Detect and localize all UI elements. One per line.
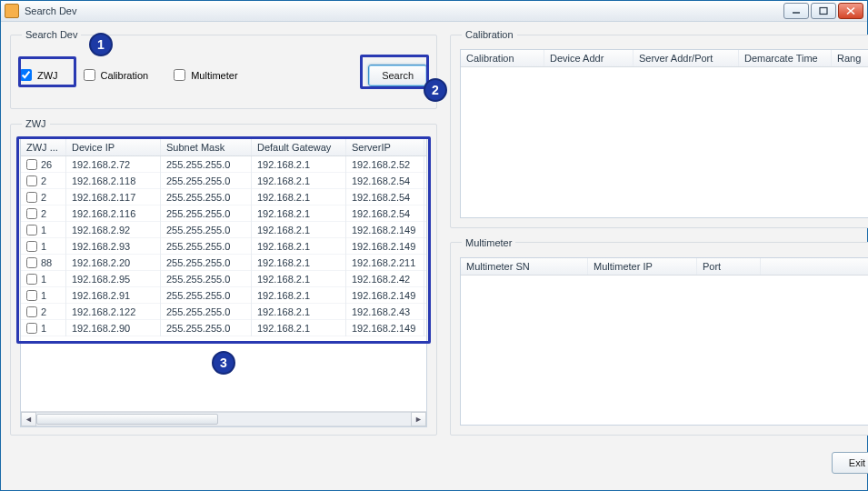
scroll-thumb[interactable] [36, 414, 218, 425]
search-options-row: ZWJ Calibration Multimeter Search [20, 49, 427, 101]
minimize-icon [791, 6, 802, 15]
row-checkbox[interactable] [26, 159, 37, 170]
row-checkbox[interactable] [26, 274, 37, 285]
cell-subnet-mask: 255.255.255.0 [161, 205, 252, 222]
row-checkbox[interactable] [26, 257, 37, 268]
calibration-checkbox[interactable] [84, 69, 95, 81]
minimize-button[interactable] [783, 3, 809, 19]
maximize-button[interactable] [811, 3, 836, 19]
scroll-track[interactable] [36, 412, 411, 426]
cell-gateway: 192.168.2.1 [252, 255, 346, 271]
table-row[interactable]: 1192.168.2.92255.255.255.0192.168.2.1192… [21, 222, 426, 238]
cell-server-ip: 192.168.2.149 [346, 320, 424, 336]
search-button[interactable]: Search [368, 65, 427, 86]
calibration-table-body [461, 67, 868, 217]
cell-server-ip: 192.168.2.54 [346, 173, 424, 189]
row-checkbox[interactable] [26, 323, 37, 334]
calibration-checkbox-wrap[interactable]: Calibration [84, 69, 149, 81]
cell-gateway: 192.168.2.1 [252, 189, 346, 205]
cell-gateway: 192.168.2.1 [252, 271, 346, 287]
cell-server-ip: 192.168.2.54 [346, 205, 424, 222]
zwj-col-server[interactable]: ServerIP [346, 139, 424, 155]
table-row[interactable]: 1192.168.2.93255.255.255.0192.168.2.1192… [21, 238, 426, 255]
row-checkbox[interactable] [26, 208, 37, 219]
table-row[interactable]: 2192.168.2.116255.255.255.0192.168.2.119… [21, 205, 426, 222]
right-column: Calibration Calibration Device Addr Serv… [450, 29, 868, 436]
multimeter-table: Multimeter SN Multimeter IP Port [460, 257, 868, 426]
zwj-table-header: ZWJ ... Device IP Subnet Mask Default Ga… [21, 139, 426, 156]
maximize-icon [818, 6, 829, 15]
cell-server-ip: 192.168.2.211 [346, 255, 424, 271]
row-checkbox[interactable] [26, 241, 37, 252]
scroll-right-button[interactable]: ► [411, 412, 426, 426]
zwj-table: ZWJ ... Device IP Subnet Mask Default Ga… [20, 138, 427, 427]
multimeter-checkbox-wrap[interactable]: Multimeter [174, 69, 237, 81]
zwj-col-gateway[interactable]: Default Gateway [252, 139, 346, 155]
app-window: Search Dev Search Dev ZWJ [0, 0, 868, 491]
multimeter-checkbox[interactable] [174, 69, 185, 81]
footer-row: Exit [10, 445, 868, 481]
cell-subnet-mask: 255.255.255.0 [161, 320, 252, 336]
calibration-legend: Calibration [462, 29, 517, 40]
row-checkbox[interactable] [26, 175, 37, 186]
cell-device-ip: 192.168.2.95 [66, 271, 161, 287]
zwj-group: ZWJ ZWJ ... Device IP Subnet Mask Defaul… [10, 118, 437, 436]
row-checkbox[interactable] [26, 306, 37, 317]
cal-col-server-addr[interactable]: Server Addr/Port [634, 50, 739, 66]
row-checkbox[interactable] [26, 225, 37, 235]
cell-device-ip: 192.168.2.72 [66, 156, 161, 173]
cell-server-ip: 192.168.2.149 [346, 238, 424, 255]
cal-col-calibration[interactable]: Calibration [461, 50, 544, 66]
cell-subnet-mask: 255.255.255.0 [161, 238, 252, 255]
table-row[interactable]: 2192.168.2.122255.255.255.0192.168.2.119… [21, 304, 426, 320]
zwj-col-ip[interactable]: Device IP [66, 139, 161, 155]
cell-gateway: 192.168.2.1 [252, 287, 346, 304]
cell-device-ip: 192.168.2.116 [66, 205, 161, 222]
multimeter-table-body [461, 276, 868, 426]
cell-zwj: 2 [41, 175, 46, 186]
calibration-checkbox-label: Calibration [101, 70, 149, 81]
cell-device-ip: 192.168.2.122 [66, 304, 161, 320]
zwj-legend: ZWJ [22, 118, 50, 129]
window-title: Search Dev [25, 5, 76, 16]
mul-col-port[interactable]: Port [697, 258, 761, 275]
cell-subnet-mask: 255.255.255.0 [161, 271, 252, 287]
table-row[interactable]: 26192.168.2.72255.255.255.0192.168.2.119… [21, 156, 426, 173]
zwj-col-mask[interactable]: Subnet Mask [161, 139, 252, 155]
cal-col-device-addr[interactable]: Device Addr [544, 50, 634, 66]
table-row[interactable]: 1192.168.2.95255.255.255.0192.168.2.1192… [21, 271, 426, 287]
table-row[interactable]: 88192.168.2.20255.255.255.0192.168.2.119… [21, 255, 426, 271]
cell-zwj: 1 [41, 225, 46, 235]
table-row[interactable]: 1192.168.2.91255.255.255.0192.168.2.1192… [21, 287, 426, 304]
app-icon [5, 4, 19, 18]
cell-device-ip: 192.168.2.117 [66, 189, 161, 205]
zwj-checkbox-wrap[interactable]: ZWJ [20, 69, 58, 81]
zwj-col-zwj[interactable]: ZWJ ... [21, 139, 66, 155]
close-button[interactable] [838, 3, 863, 19]
cell-gateway: 192.168.2.1 [252, 205, 346, 222]
exit-button[interactable]: Exit [832, 452, 868, 474]
table-row[interactable]: 1192.168.2.90255.255.255.0192.168.2.1192… [21, 320, 426, 336]
cell-zwj: 1 [41, 274, 46, 285]
multimeter-legend: Multimeter [462, 237, 515, 248]
scroll-left-button[interactable]: ◄ [21, 412, 36, 426]
table-row[interactable]: 2192.168.2.117255.255.255.0192.168.2.119… [21, 189, 426, 205]
cell-server-ip: 192.168.2.149 [346, 222, 424, 238]
multimeter-group: Multimeter Multimeter SN Multimeter IP P… [450, 237, 868, 436]
mul-col-ip[interactable]: Multimeter IP [588, 258, 697, 275]
titlebar: Search Dev [1, 1, 867, 22]
row-checkbox[interactable] [26, 192, 37, 203]
cell-server-ip: 192.168.2.52 [346, 156, 424, 173]
mul-col-sn[interactable]: Multimeter SN [461, 258, 588, 275]
cell-gateway: 192.168.2.1 [252, 304, 346, 320]
zwj-checkbox[interactable] [20, 69, 32, 81]
mul-col-blank[interactable] [761, 258, 868, 275]
cal-col-rang[interactable]: Rang [832, 50, 868, 66]
cal-col-demarcate[interactable]: Demarcate Time [739, 50, 832, 66]
table-row[interactable]: 2192.168.2.118255.255.255.0192.168.2.119… [21, 173, 426, 189]
cell-gateway: 192.168.2.1 [252, 173, 346, 189]
cell-device-ip: 192.168.2.20 [66, 255, 161, 271]
cell-zwj: 26 [41, 159, 52, 170]
row-checkbox[interactable] [26, 290, 37, 301]
zwj-horizontal-scrollbar[interactable]: ◄ ► [21, 411, 426, 426]
